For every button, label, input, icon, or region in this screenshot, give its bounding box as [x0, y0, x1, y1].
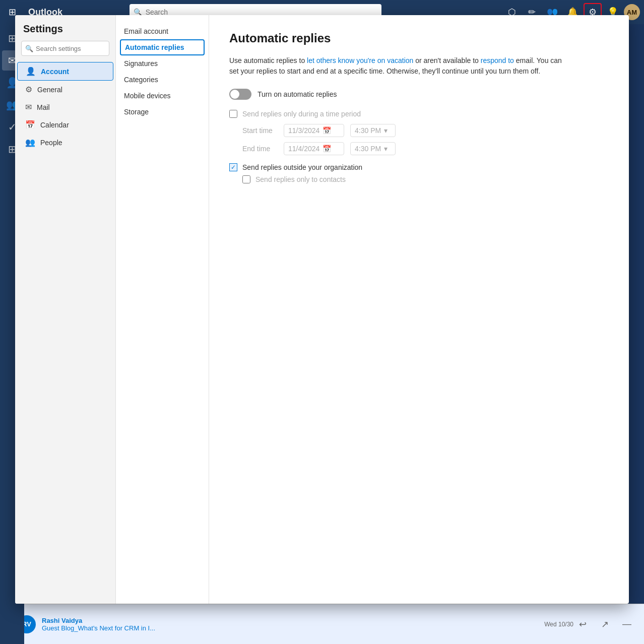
start-time-select[interactable]: 4:30 PM ▾	[350, 124, 396, 137]
email-info: Rashi Vaidya Guest Blog_What's Next for …	[42, 617, 544, 632]
sidebar-item-general[interactable]: ⚙ General	[17, 81, 113, 98]
subnav-label-storage: Storage	[124, 108, 149, 116]
outside-org-checkbox[interactable]: ✓	[229, 163, 237, 171]
nav-label-people: People	[40, 139, 62, 147]
toggle-label: Turn on automatic replies	[257, 90, 337, 98]
highlight-respond: respond to	[481, 56, 514, 65]
start-time-label: Start time	[242, 126, 278, 135]
chevron-down-icon-start: ▾	[384, 126, 388, 135]
highlight-vacation: let others know you're on vacation	[307, 56, 413, 65]
account-subnav: Email account Automatic replies Signatur…	[116, 15, 209, 604]
time-period-row: Send replies only during a time period	[229, 110, 609, 118]
subnav-label-automatic-replies: Automatic replies	[125, 43, 184, 51]
email-preview-bar[interactable]: ▶ RV Rashi Vaidya Guest Blog_What's Next…	[0, 604, 644, 644]
mail-icon: ✉	[25, 102, 32, 112]
gear-icon: ⚙	[25, 85, 32, 94]
end-time-select[interactable]: 4:30 PM ▾	[350, 142, 396, 155]
time-period-section: Send replies only during a time period S…	[229, 110, 609, 155]
time-period-checkbox[interactable]	[229, 110, 237, 118]
subnav-storage[interactable]: Storage	[116, 104, 209, 120]
subnav-label-mobile-devices: Mobile devices	[124, 92, 171, 100]
person-icon: 👤	[26, 67, 36, 76]
calendar-icon: 📅	[25, 120, 35, 130]
end-time-label: End time	[242, 145, 278, 153]
subnav-label-categories: Categories	[124, 76, 158, 84]
nav-label-mail: Mail	[37, 103, 50, 111]
search-settings-box[interactable]: 🔍	[21, 41, 109, 56]
start-time-value: 4:30 PM	[355, 126, 381, 135]
toggle-row: Turn on automatic replies	[229, 89, 609, 100]
start-date-value: 11/3/2024	[288, 126, 319, 135]
email-date: Wed 10/30	[544, 621, 573, 628]
end-time-value: 4:30 PM	[355, 145, 381, 153]
subnav-categories[interactable]: Categories	[116, 72, 209, 88]
sidebar-item-account[interactable]: 👤 Account	[17, 62, 113, 81]
search-settings-input[interactable]	[21, 41, 109, 56]
subnav-email-account[interactable]: Email account	[116, 23, 209, 39]
email-sender: Rashi Vaidya	[42, 617, 544, 624]
people-icon: 👥	[25, 138, 35, 147]
description-text: Use automatic replies to let others know…	[229, 55, 572, 77]
start-time-row: Start time 11/3/2024 📅 4:30 PM ▾	[242, 124, 609, 137]
forward-icon[interactable]: ↗	[596, 615, 614, 633]
subnav-signatures[interactable]: Signatures	[116, 55, 209, 72]
main-content: Automatic replies Use automatic replies …	[209, 15, 629, 604]
subnav-mobile-devices[interactable]: Mobile devices	[116, 88, 209, 104]
email-subject: Guest Blog_What's Next for CRM in I...	[42, 624, 544, 632]
modal-inner: Settings 🔍 👤 Account ⚙ General ✉ Mail 📅 …	[15, 15, 629, 604]
sidebar-item-people[interactable]: 👥 People	[17, 134, 113, 151]
nav-label-calendar: Calendar	[40, 121, 69, 129]
end-date-value: 11/4/2024	[288, 145, 319, 153]
sidebar-item-mail[interactable]: ✉ Mail	[17, 98, 113, 116]
settings-title: Settings	[15, 23, 115, 41]
end-date-input[interactable]: 11/4/2024 📅	[284, 142, 344, 155]
time-period-label: Send replies only during a time period	[242, 110, 361, 118]
calendar-icon-end: 📅	[323, 145, 331, 153]
nav-label-account: Account	[41, 68, 69, 76]
search-settings-icon: 🔍	[25, 45, 33, 52]
check-mark-icon: ✓	[231, 164, 236, 171]
subnav-automatic-replies[interactable]: Automatic replies	[120, 39, 205, 55]
outside-org-label: Send replies outside your organization	[242, 163, 362, 171]
auto-replies-toggle[interactable]	[229, 89, 251, 100]
nav-label-general: General	[37, 86, 62, 94]
subnav-label-signatures: Signatures	[124, 59, 158, 68]
more-icon[interactable]: —	[618, 615, 636, 633]
contacts-only-row: Send replies only to contacts	[242, 175, 609, 183]
contacts-only-label: Send replies only to contacts	[255, 175, 346, 183]
left-nav: Settings 🔍 👤 Account ⚙ General ✉ Mail 📅 …	[15, 15, 116, 604]
end-time-row: End time 11/4/2024 📅 4:30 PM ▾	[242, 142, 609, 155]
outside-org-row: ✓ Send replies outside your organization	[229, 163, 609, 171]
subnav-label-email-account: Email account	[124, 27, 168, 35]
page-title: Automatic replies	[229, 31, 609, 45]
sidebar-item-calendar[interactable]: 📅 Calendar	[17, 116, 113, 134]
start-date-input[interactable]: 11/3/2024 📅	[284, 124, 344, 137]
contacts-only-checkbox[interactable]	[242, 175, 250, 183]
chevron-down-icon-end: ▾	[384, 145, 388, 153]
reply-icon[interactable]: ↩	[573, 615, 592, 633]
settings-modal: Settings 🔍 👤 Account ⚙ General ✉ Mail 📅 …	[15, 15, 629, 604]
calendar-icon-start: 📅	[323, 126, 331, 135]
email-actions: ↩ ↗ —	[573, 615, 636, 633]
toggle-knob	[230, 90, 239, 99]
